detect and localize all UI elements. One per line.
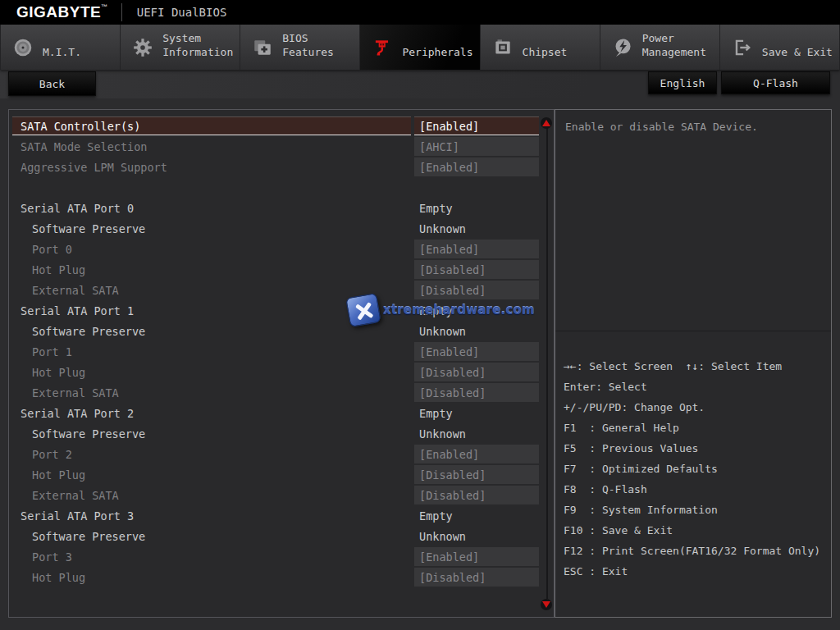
sub-toolbar: Back English Q-Flash [0, 70, 840, 98]
divider [121, 3, 122, 21]
tab-save-exit[interactable]: Save & Exit [720, 25, 840, 70]
setting-value[interactable]: [Enabled] [414, 116, 539, 135]
main-menu-tabbar: M.I.T. System Information BIOS Features … [0, 25, 840, 70]
tab-label: M.I.T. [43, 30, 81, 65]
back-button[interactable]: Back [8, 71, 96, 96]
item-description: Enable or disable SATA Device. [555, 110, 831, 331]
setting-label: Software Preserve [12, 526, 411, 546]
tab-label: Chipset [523, 30, 568, 65]
key-legend: →←: Select Screen ↑↓: Select ItemEnter: … [555, 331, 831, 617]
setting-value: Unknown [414, 527, 539, 546]
settings-row[interactable]: SATA Mode Selection[AHCI] [12, 136, 539, 157]
settings-row[interactable]: Hot Plug[Disabled] [12, 259, 539, 280]
setting-value[interactable]: [Disabled] [414, 465, 539, 484]
settings-row[interactable]: Port 2[Enabled] [12, 444, 539, 464]
key-legend-line: F12 : Print Screen(FAT16/32 Format Only) [564, 541, 831, 561]
chip-icon [491, 37, 515, 58]
settings-row[interactable]: Port 1[Enabled] [12, 341, 539, 362]
setting-label: Software Preserve [12, 423, 411, 444]
settings-row[interactable]: Software PreserveUnknown [12, 218, 539, 239]
plug-icon [370, 37, 395, 58]
tab-chipset[interactable]: Chipset [481, 25, 600, 70]
settings-row[interactable]: Serial ATA Port 0Empty [12, 198, 539, 218]
setting-value[interactable]: [Enabled] [414, 240, 539, 258]
setting-label: Port 3 [12, 546, 411, 567]
scroll-up-button[interactable] [541, 117, 552, 129]
tab-peripherals[interactable]: Peripherals [360, 25, 480, 70]
scroll-down-button[interactable] [541, 599, 552, 610]
scrollbar[interactable] [540, 110, 554, 617]
setting-value[interactable]: [Disabled] [414, 363, 539, 381]
setting-label: SATA Mode Selection [12, 136, 411, 157]
scrollbar-track[interactable] [546, 128, 548, 599]
tab-power-management[interactable]: Power Management [600, 25, 720, 70]
settings-list: SATA Controller(s)[Enabled]SATA Mode Sel… [9, 116, 554, 587]
tab-system-information[interactable]: System Information [121, 25, 240, 70]
settings-row[interactable]: Serial ATA Port 2Empty [12, 403, 539, 423]
key-legend-line: ESC : Exit [564, 561, 831, 582]
settings-row[interactable]: SATA Controller(s)[Enabled] [12, 116, 539, 136]
settings-row[interactable]: Serial ATA Port 3Empty [12, 505, 539, 526]
settings-row[interactable]: Port 3[Enabled] [12, 546, 539, 567]
tab-mit[interactable]: M.I.T. [0, 25, 121, 70]
setting-value[interactable]: [Disabled] [414, 383, 539, 402]
key-legend-line: F10 : Save & Exit [564, 520, 831, 541]
settings-row[interactable]: Port 0[Enabled] [12, 239, 539, 259]
setting-value[interactable]: [Disabled] [414, 260, 539, 279]
dial-icon [11, 37, 35, 58]
setting-value[interactable]: [Disabled] [414, 568, 539, 587]
setting-label: Hot Plug [12, 464, 411, 485]
qflash-button[interactable]: Q-Flash [721, 71, 830, 94]
setting-label: Hot Plug [12, 362, 411, 382]
tab-bios-features[interactable]: BIOS Features [240, 25, 360, 70]
bios-folder-icon [250, 37, 275, 58]
setting-label: Port 1 [12, 341, 411, 362]
setting-value: Unknown [414, 322, 539, 340]
setting-value: Empty [414, 301, 539, 320]
tab-label: Power Management [642, 30, 718, 65]
key-legend-line: F8 : Q-Flash [564, 479, 831, 500]
key-legend-line: F1 : General Help [564, 418, 831, 438]
language-button[interactable]: English [648, 71, 717, 94]
setting-label: External SATA [12, 485, 411, 505]
setting-value[interactable]: [Enabled] [414, 547, 539, 566]
settings-row[interactable]: External SATA[Disabled] [12, 382, 539, 403]
setting-value[interactable]: [Enabled] [414, 445, 539, 463]
setting-label: Hot Plug [12, 259, 411, 280]
setting-value: Empty [414, 199, 539, 217]
setting-value: Empty [414, 506, 539, 525]
settings-row[interactable]: External SATA[Disabled] [12, 280, 539, 300]
settings-row[interactable]: External SATA[Disabled] [12, 485, 539, 505]
settings-row[interactable]: Serial ATA Port 1Empty [12, 300, 539, 321]
setting-value: Unknown [414, 424, 539, 443]
settings-row[interactable]: Software PreserveUnknown [12, 526, 539, 546]
settings-row[interactable]: Software PreserveUnknown [12, 423, 539, 444]
tab-label: Save & Exit [762, 30, 833, 65]
setting-label: Aggressive LPM Support [12, 157, 411, 177]
scroll-up-icon [542, 120, 550, 126]
setting-value: Empty [414, 404, 539, 422]
settings-row[interactable]: Hot Plug[Disabled] [12, 464, 539, 485]
setting-label: Serial ATA Port 0 [12, 198, 411, 218]
setting-value: Unknown [414, 219, 539, 238]
settings-row[interactable]: Hot Plug[Disabled] [12, 567, 539, 587]
trademark-symbol: ™ [101, 3, 108, 11]
help-panel: Enable or disable SATA Device. →←: Selec… [555, 109, 832, 618]
setting-value[interactable]: [Enabled] [414, 158, 539, 176]
setting-value[interactable]: [Disabled] [414, 281, 539, 299]
setting-value[interactable]: [Disabled] [414, 486, 539, 504]
key-legend-line: Enter: Select [564, 377, 831, 397]
setting-value[interactable]: [Enabled] [414, 342, 539, 361]
key-legend-line: +/-/PU/PD: Change Opt. [564, 397, 831, 418]
settings-row[interactable]: Hot Plug[Disabled] [12, 362, 539, 382]
setting-label: Software Preserve [12, 321, 411, 341]
settings-row[interactable]: Software PreserveUnknown [12, 321, 539, 341]
bios-title: UEFI DualBIOS [137, 6, 227, 19]
setting-label: Hot Plug [12, 567, 411, 587]
setting-label: External SATA [12, 280, 411, 300]
settings-row[interactable]: Aggressive LPM Support[Enabled] [12, 157, 539, 177]
setting-label: Serial ATA Port 3 [12, 505, 411, 526]
key-legend-line: F9 : System Information [564, 500, 831, 520]
tab-label: BIOS Features [282, 30, 358, 65]
setting-value[interactable]: [AHCI] [414, 137, 539, 156]
